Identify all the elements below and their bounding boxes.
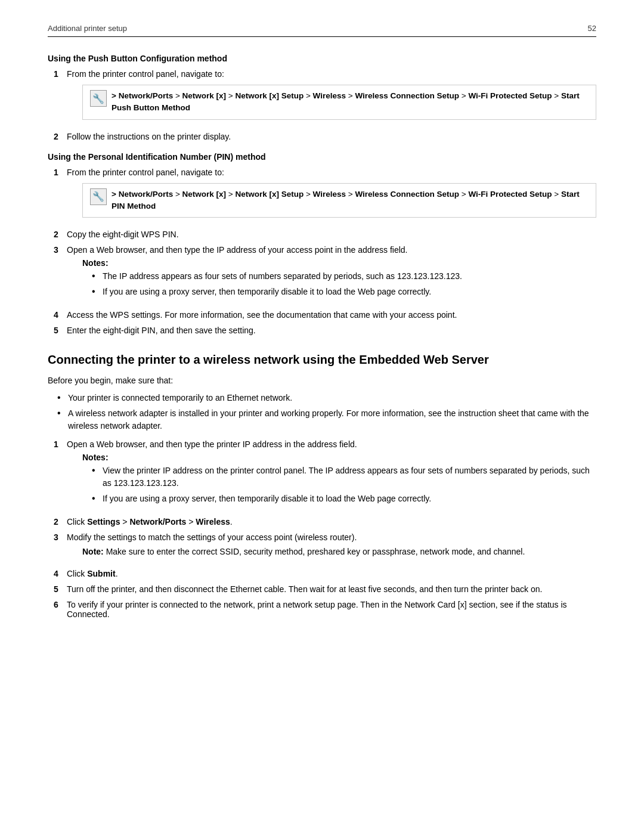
notes-list-1: The IP address appears as four sets of n…	[82, 270, 596, 298]
section3-step5: 5 Turn off the printer, and then disconn…	[48, 584, 596, 594]
step-content: Follow the instructions on the printer d…	[67, 132, 596, 141]
step-content: From the printer control panel, navigate…	[67, 168, 596, 224]
note-text: Make sure to enter the correct SSID, sec…	[104, 547, 525, 556]
nav-strong: > Network/Ports	[112, 190, 173, 199]
step2-bold3: Wireless	[196, 517, 230, 527]
step-content: Enter the eight-digit PIN, and then save…	[67, 326, 596, 335]
step-num: 5	[54, 326, 63, 335]
step4-bold: Submit	[87, 569, 115, 578]
step-num: 3	[54, 245, 63, 304]
nav-strong: Wireless Connection Setup	[355, 190, 459, 199]
page-header: Additional printer setup 52	[48, 24, 596, 37]
notes-block-2: Notes: View the printer IP address on th…	[67, 453, 596, 505]
step-num: 2	[54, 517, 63, 527]
step4-text: Access the WPS settings. For more inform…	[67, 310, 457, 320]
settings-icon-2: 🔧	[90, 188, 107, 205]
list-item: If you are using a proxy server, then te…	[92, 286, 596, 298]
notes-block-1: Notes: The IP address appears as four se…	[67, 258, 596, 298]
step2-text: Follow the instructions on the printer d…	[67, 132, 231, 141]
before-text: Before you begin, make sure that:	[48, 374, 596, 387]
step-content: Open a Web browser, and then type the IP…	[67, 245, 596, 304]
note-prefix: Note:	[82, 547, 104, 556]
nav-strong: Wi-Fi Protected Setup	[468, 190, 552, 199]
step-num: 2	[54, 230, 63, 239]
before-bullets: Your printer is connected temporarily to…	[48, 392, 596, 432]
section2-step1: 1 From the printer control panel, naviga…	[48, 168, 596, 224]
section1-heading: Using the Push Button Configuration meth…	[48, 54, 596, 63]
step-content: Access the WPS settings. For more inform…	[67, 310, 596, 320]
step2-bold: Settings	[87, 517, 120, 527]
step5-text: Turn off the printer, and then disconnec…	[67, 584, 542, 594]
nav-strong: Wireless Connection Setup	[355, 91, 459, 100]
section-ews: Connecting the printer to a wireless net…	[48, 352, 596, 619]
step-content: Copy the eight-digit WPS PIN.	[67, 230, 596, 239]
section3-step4: 4 Click Submit.	[48, 569, 596, 578]
section3-step3: 3 Modify the settings to match the setti…	[48, 532, 596, 563]
step-num: 1	[54, 168, 63, 224]
section3-heading: Connecting the printer to a wireless net…	[48, 352, 596, 367]
section2-step4: 4 Access the WPS settings. For more info…	[48, 310, 596, 320]
step-content: Turn off the printer, and then disconnec…	[67, 584, 596, 594]
step-num: 1	[54, 69, 63, 126]
section-pin-method: Using the Personal Identification Number…	[48, 152, 596, 336]
step-content: From the printer control panel, navigate…	[67, 69, 596, 126]
section3-step2: 2 Click Settings > Network/Ports > Wirel…	[48, 517, 596, 527]
step-content: Modify the settings to match the setting…	[67, 532, 596, 563]
nav-strong: Network [x]	[182, 91, 227, 100]
section2-step5: 5 Enter the eight-digit PIN, and then sa…	[48, 326, 596, 335]
nav-strong: Network [x] Setup	[235, 190, 304, 199]
step2-text: Copy the eight-digit WPS PIN.	[67, 230, 179, 239]
step-content: Open a Web browser, and then type the pr…	[67, 439, 596, 511]
step1-text: From the printer control panel, navigate…	[67, 168, 224, 177]
nav-strong: Network [x] Setup	[235, 91, 304, 100]
header-page-number: 52	[588, 24, 596, 33]
nav-strong: Wireless	[313, 91, 346, 100]
step-num: 1	[54, 439, 63, 511]
step-content: Click Submit.	[67, 569, 596, 578]
list-item: View the printer IP address on the print…	[92, 465, 596, 490]
step-num: 4	[54, 569, 63, 578]
step-num: 3	[54, 532, 63, 563]
page-container: Additional printer setup 52 Using the Pu…	[0, 0, 644, 664]
nav-strong: Wi-Fi Protected Setup	[468, 91, 552, 100]
nav-strong: Wireless	[313, 190, 346, 199]
section2-step2: 2 Copy the eight-digit WPS PIN.	[48, 230, 596, 239]
nav-strong: Network [x]	[182, 190, 227, 199]
step2-prefix: Click	[67, 517, 87, 527]
step2-bold2: Network/Ports	[129, 517, 186, 527]
notes-label: Notes:	[82, 258, 596, 268]
step1-text: Open a Web browser, and then type the pr…	[67, 439, 357, 449]
section1-step1: 1 From the printer control panel, naviga…	[48, 69, 596, 126]
list-item: If you are using a proxy server, then te…	[92, 493, 596, 505]
nav-strong: > Network/Ports	[112, 91, 173, 100]
section1-step2: 2 Follow the instructions on the printer…	[48, 132, 596, 141]
section3-step6: 6 To verify if your printer is connected…	[48, 600, 596, 619]
section3-step1: 1 Open a Web browser, and then type the …	[48, 439, 596, 511]
step4-end: .	[116, 569, 118, 578]
step2-mid: >	[120, 517, 129, 527]
step-num: 2	[54, 132, 63, 141]
list-item: The IP address appears as four sets of n…	[92, 270, 596, 283]
nav-box-2: 🔧 > Network/Ports > Network [x] > Networ…	[82, 183, 596, 218]
step3-note: Note: Make sure to enter the correct SSI…	[67, 546, 596, 558]
notes-label-2: Notes:	[82, 453, 596, 462]
step-num: 4	[54, 310, 63, 320]
section2-heading: Using the Personal Identification Number…	[48, 152, 596, 162]
step4-prefix: Click	[67, 569, 87, 578]
section-push-button: Using the Push Button Configuration meth…	[48, 54, 596, 141]
step-num: 5	[54, 584, 63, 594]
nav-text-2: > Network/Ports > Network [x] > Network …	[112, 188, 589, 213]
step-content: To verify if your printer is connected t…	[67, 600, 596, 619]
step3-text: Open a Web browser, and then type the IP…	[67, 245, 408, 255]
list-item: Your printer is connected temporarily to…	[57, 392, 596, 404]
step2-end: .	[230, 517, 233, 527]
step-num: 6	[54, 600, 63, 619]
list-item: A wireless network adapter is installed …	[57, 407, 596, 432]
header-title: Additional printer setup	[48, 24, 127, 33]
settings-icon-1: 🔧	[90, 90, 107, 107]
step3-text: Modify the settings to match the setting…	[67, 532, 357, 542]
step2-mid2: >	[186, 517, 196, 527]
notes-list-2: View the printer IP address on the print…	[82, 465, 596, 505]
step1-text: From the printer control panel, navigate…	[67, 69, 224, 79]
section2-step3: 3 Open a Web browser, and then type the …	[48, 245, 596, 304]
